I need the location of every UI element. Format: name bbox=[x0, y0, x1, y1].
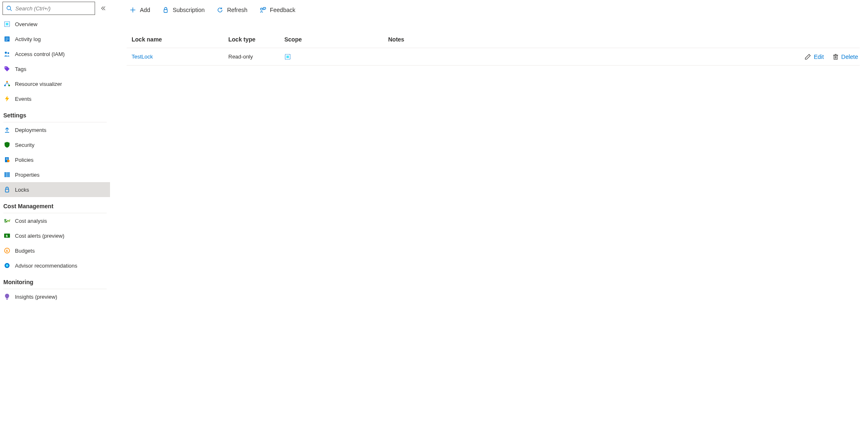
sidebar-item-properties[interactable]: Properties bbox=[0, 167, 110, 182]
policy-icon bbox=[3, 156, 11, 163]
activity-log-icon bbox=[3, 35, 11, 43]
add-button[interactable]: Add bbox=[127, 2, 153, 17]
cost-analysis-icon: $ bbox=[3, 217, 11, 224]
svg-rect-41 bbox=[834, 55, 837, 59]
main-content: Add Subscription Refresh Feedback bbox=[110, 0, 868, 424]
sidebar-item-locks[interactable]: Locks bbox=[0, 182, 110, 197]
budgets-icon: $ bbox=[3, 247, 11, 254]
lock-name-link[interactable]: TestLock bbox=[132, 54, 153, 60]
tag-icon bbox=[3, 65, 11, 73]
delete-button[interactable]: Delete bbox=[832, 54, 858, 60]
svg-point-32 bbox=[6, 264, 8, 267]
svg-point-9 bbox=[7, 52, 9, 54]
advisor-icon bbox=[3, 262, 11, 269]
svg-line-14 bbox=[5, 83, 7, 85]
sidebar-item-label: Cost alerts (preview) bbox=[15, 233, 64, 239]
sidebar-item-activity-log[interactable]: Activity log bbox=[0, 32, 110, 46]
sidebar-item-overview[interactable]: Overview bbox=[0, 17, 110, 32]
svg-rect-36 bbox=[164, 10, 167, 12]
search-input[interactable] bbox=[15, 5, 91, 12]
sidebar-item-label: Budgets bbox=[15, 248, 35, 254]
sidebar-item-events[interactable]: Events bbox=[0, 91, 110, 106]
svg-text:$: $ bbox=[4, 218, 7, 223]
collapse-sidebar-button[interactable] bbox=[98, 4, 108, 13]
svg-rect-7 bbox=[5, 40, 7, 41]
col-header-type: Lock type bbox=[228, 36, 284, 43]
sidebar-item-label: Properties bbox=[15, 172, 39, 178]
action-label: Delete bbox=[841, 54, 858, 60]
edit-button[interactable]: Edit bbox=[804, 54, 824, 60]
sidebar-item-label: Security bbox=[15, 142, 34, 148]
sidebar-item-label: Events bbox=[15, 96, 32, 102]
group-header-monitoring: Monitoring bbox=[0, 273, 110, 287]
sidebar-item-insights[interactable]: Insights (preview) bbox=[0, 289, 110, 304]
sidebar-item-label: Access control (IAM) bbox=[15, 51, 65, 57]
svg-rect-22 bbox=[5, 172, 6, 177]
feedback-button[interactable]: Feedback bbox=[257, 2, 298, 17]
lightbulb-icon bbox=[3, 293, 11, 300]
lock-icon bbox=[3, 186, 11, 193]
upload-icon bbox=[3, 126, 11, 134]
toolbar: Add Subscription Refresh Feedback bbox=[127, 0, 860, 18]
group-header-settings: Settings bbox=[0, 106, 110, 120]
svg-point-11 bbox=[6, 81, 8, 83]
sidebar-item-budgets[interactable]: $ Budgets bbox=[0, 243, 110, 258]
sidebar-item-label: Policies bbox=[15, 157, 34, 163]
svg-point-13 bbox=[8, 85, 10, 86]
sidebar-nav: Overview Activity log Access control (IA… bbox=[0, 17, 110, 424]
svg-text:$: $ bbox=[6, 234, 8, 238]
toolbar-label: Add bbox=[140, 7, 150, 13]
table-header: Lock name Lock type Scope Notes bbox=[127, 31, 860, 48]
search-box[interactable] bbox=[2, 2, 95, 15]
pencil-icon bbox=[804, 54, 811, 60]
lightning-icon bbox=[3, 95, 11, 102]
sidebar-item-advisor[interactable]: Advisor recommendations bbox=[0, 258, 110, 273]
search-icon bbox=[6, 5, 12, 11]
svg-rect-40 bbox=[286, 56, 289, 58]
svg-point-37 bbox=[261, 8, 263, 10]
sidebar-item-label: Tags bbox=[15, 66, 26, 72]
subscription-button[interactable]: Subscription bbox=[159, 2, 207, 17]
svg-point-21 bbox=[7, 160, 10, 162]
cost-alerts-icon: $ bbox=[3, 232, 11, 239]
sidebar-item-tags[interactable]: Tags bbox=[0, 61, 110, 76]
sidebar-item-label: Insights (preview) bbox=[15, 294, 57, 300]
sidebar-item-cost-analysis[interactable]: $ Cost analysis bbox=[0, 213, 110, 228]
svg-line-1 bbox=[10, 10, 12, 11]
svg-line-15 bbox=[7, 83, 9, 85]
plus-icon bbox=[129, 6, 137, 14]
lock-type-cell: Read-only bbox=[228, 54, 284, 60]
properties-icon bbox=[3, 171, 11, 178]
action-label: Edit bbox=[814, 54, 824, 60]
visualizer-icon bbox=[3, 80, 11, 88]
toolbar-label: Subscription bbox=[173, 7, 205, 13]
resource-group-icon bbox=[284, 54, 388, 60]
sidebar-item-label: Deployments bbox=[15, 127, 46, 133]
col-header-scope: Scope bbox=[284, 36, 388, 43]
toolbar-label: Refresh bbox=[227, 7, 247, 13]
sidebar-item-deployments[interactable]: Deployments bbox=[0, 122, 110, 137]
svg-point-10 bbox=[5, 67, 6, 68]
locks-table: Lock name Lock type Scope Notes TestLock… bbox=[127, 31, 860, 66]
svg-text:$: $ bbox=[6, 249, 8, 253]
svg-point-0 bbox=[7, 6, 11, 10]
sidebar-item-cost-alerts[interactable]: $ Cost alerts (preview) bbox=[0, 228, 110, 243]
refresh-icon bbox=[216, 6, 224, 14]
sidebar-item-label: Advisor recommendations bbox=[15, 263, 77, 269]
trash-icon bbox=[832, 54, 839, 60]
shield-icon bbox=[3, 141, 11, 149]
sidebar-item-security[interactable]: Security bbox=[0, 137, 110, 152]
lock-scope-cell bbox=[284, 54, 388, 60]
sidebar-item-label: Cost analysis bbox=[15, 218, 47, 224]
sidebar-item-label: Resource visualizer bbox=[15, 81, 62, 87]
svg-rect-20 bbox=[6, 159, 8, 160]
col-header-notes: Notes bbox=[388, 36, 860, 43]
sidebar-item-resource-visualizer[interactable]: Resource visualizer bbox=[0, 76, 110, 91]
sidebar-item-label: Activity log bbox=[15, 36, 41, 42]
svg-rect-33 bbox=[6, 299, 8, 300]
toolbar-label: Feedback bbox=[270, 7, 295, 13]
sidebar-item-policies[interactable]: Policies bbox=[0, 152, 110, 167]
sidebar-item-access-control[interactable]: Access control (IAM) bbox=[0, 46, 110, 61]
svg-rect-23 bbox=[7, 172, 8, 177]
refresh-button[interactable]: Refresh bbox=[214, 2, 250, 17]
